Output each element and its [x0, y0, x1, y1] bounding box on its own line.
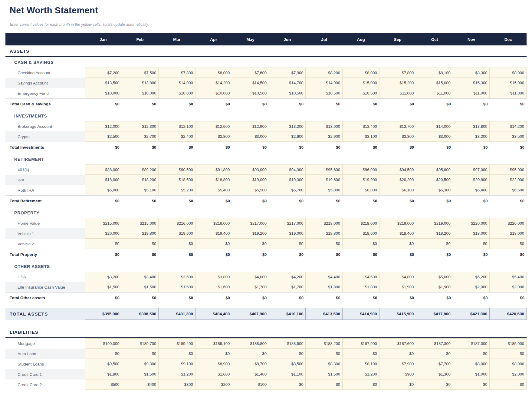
- value-cell[interactable]: $900: [379, 369, 416, 379]
- value-cell[interactable]: $12,000: [85, 121, 122, 131]
- value-cell[interactable]: $0: [416, 349, 453, 359]
- value-cell[interactable]: $0: [159, 239, 195, 249]
- value-cell[interactable]: $8,100: [416, 68, 453, 78]
- value-cell[interactable]: $2,400: [159, 131, 195, 142]
- value-cell[interactable]: $1,500: [85, 282, 122, 292]
- value-cell[interactable]: $15,000: [343, 78, 379, 88]
- value-cell[interactable]: $6,400: [453, 185, 490, 195]
- value-cell[interactable]: $3,200: [85, 272, 122, 282]
- value-cell[interactable]: $12,900: [232, 121, 269, 131]
- value-cell[interactable]: $0: [490, 379, 527, 390]
- value-cell[interactable]: $13,800: [453, 121, 490, 131]
- value-cell[interactable]: $200: [195, 379, 232, 390]
- value-cell[interactable]: $100: [232, 379, 269, 390]
- value-cell[interactable]: $13,200: [269, 121, 306, 131]
- value-cell[interactable]: $0: [453, 239, 490, 249]
- value-cell[interactable]: $1,700: [232, 282, 269, 292]
- value-cell[interactable]: $20,800: [453, 175, 490, 185]
- value-cell[interactable]: $18,800: [195, 175, 232, 185]
- value-cell[interactable]: $188,500: [269, 338, 306, 349]
- value-cell[interactable]: $3,000: [232, 131, 269, 142]
- value-cell[interactable]: $0: [343, 239, 379, 249]
- value-cell[interactable]: $187,900: [343, 338, 379, 349]
- value-cell[interactable]: $18,000: [85, 175, 122, 185]
- value-cell[interactable]: $5,000: [85, 185, 122, 195]
- value-cell[interactable]: $90,500: [159, 164, 195, 175]
- value-cell[interactable]: $10,000: [159, 88, 195, 98]
- value-cell[interactable]: $12,600: [195, 121, 232, 131]
- value-cell[interactable]: $15,200: [379, 78, 416, 88]
- value-cell[interactable]: $187,300: [416, 338, 453, 349]
- value-cell[interactable]: $0: [122, 239, 159, 249]
- value-cell[interactable]: $89,200: [122, 164, 159, 175]
- value-cell[interactable]: $11,000: [490, 88, 527, 98]
- value-cell[interactable]: $8,000: [490, 68, 527, 78]
- value-cell[interactable]: $7,900: [379, 359, 416, 369]
- value-cell[interactable]: $0: [306, 379, 343, 390]
- value-cell[interactable]: $6,300: [416, 185, 453, 195]
- value-cell[interactable]: $14,900: [306, 78, 343, 88]
- value-cell[interactable]: $0: [306, 349, 343, 359]
- value-cell[interactable]: $18,200: [122, 175, 159, 185]
- value-cell[interactable]: $216,000: [195, 218, 232, 228]
- value-cell[interactable]: $220,000: [453, 218, 490, 228]
- value-cell[interactable]: $20,000: [85, 228, 122, 239]
- value-cell[interactable]: $8,900: [195, 359, 232, 369]
- value-cell[interactable]: $94,300: [269, 164, 306, 175]
- value-cell[interactable]: $18,600: [343, 228, 379, 239]
- value-cell[interactable]: $188,800: [232, 338, 269, 349]
- value-cell[interactable]: $9,300: [122, 359, 159, 369]
- value-cell[interactable]: $2,000: [490, 282, 527, 292]
- value-cell[interactable]: $2,800: [195, 131, 232, 142]
- value-cell[interactable]: $0: [490, 349, 527, 359]
- value-cell[interactable]: $18,000: [453, 228, 490, 239]
- value-cell[interactable]: $7,800: [379, 68, 416, 78]
- value-cell[interactable]: $10,000: [85, 88, 122, 98]
- value-cell[interactable]: $1,300: [416, 369, 453, 379]
- value-cell[interactable]: $0: [195, 349, 232, 359]
- value-cell[interactable]: $8,000: [343, 68, 379, 78]
- value-cell[interactable]: $300: [159, 379, 195, 390]
- value-cell[interactable]: $93,000: [232, 164, 269, 175]
- value-cell[interactable]: $1,200: [343, 369, 379, 379]
- value-cell[interactable]: $13,000: [306, 121, 343, 131]
- value-cell[interactable]: $19,600: [159, 228, 195, 239]
- value-cell[interactable]: $88,000: [85, 164, 122, 175]
- value-cell[interactable]: $13,800: [122, 78, 159, 88]
- value-cell[interactable]: $19,600: [306, 175, 343, 185]
- value-cell[interactable]: $1,800: [85, 369, 122, 379]
- value-cell[interactable]: $0: [490, 239, 527, 249]
- value-cell[interactable]: $13,400: [343, 121, 379, 131]
- value-cell[interactable]: $10,500: [232, 88, 269, 98]
- value-cell[interactable]: $11,000: [416, 88, 453, 98]
- value-cell[interactable]: $4,600: [343, 272, 379, 282]
- value-cell[interactable]: $1,500: [306, 369, 343, 379]
- value-cell[interactable]: $8,500: [269, 359, 306, 369]
- value-cell[interactable]: $9,500: [85, 359, 122, 369]
- value-cell[interactable]: $1,600: [195, 369, 232, 379]
- value-cell[interactable]: $3,200: [453, 131, 490, 142]
- value-cell[interactable]: $216,000: [159, 218, 195, 228]
- value-cell[interactable]: $8,100: [343, 359, 379, 369]
- value-cell[interactable]: $10,000: [195, 88, 232, 98]
- value-cell[interactable]: $13,500: [85, 78, 122, 88]
- value-cell[interactable]: $9,100: [159, 359, 195, 369]
- value-cell[interactable]: $219,000: [379, 218, 416, 228]
- value-cell[interactable]: $500: [85, 379, 122, 390]
- value-cell[interactable]: $8,300: [453, 68, 490, 78]
- value-cell[interactable]: $7,200: [85, 68, 122, 78]
- value-cell[interactable]: $4,800: [379, 272, 416, 282]
- value-cell[interactable]: $0: [269, 349, 306, 359]
- value-cell[interactable]: $5,400: [490, 272, 527, 282]
- value-cell[interactable]: $4,200: [269, 272, 306, 282]
- value-cell[interactable]: $7,600: [232, 68, 269, 78]
- value-cell[interactable]: $1,700: [269, 282, 306, 292]
- value-cell[interactable]: $189,100: [195, 338, 232, 349]
- value-cell[interactable]: $0: [379, 349, 416, 359]
- value-cell[interactable]: $95,600: [306, 164, 343, 175]
- value-cell[interactable]: $95,000: [490, 164, 527, 175]
- value-cell[interactable]: $1,600: [195, 282, 232, 292]
- value-cell[interactable]: $0: [122, 349, 159, 359]
- value-cell[interactable]: $14,000: [416, 121, 453, 131]
- value-cell[interactable]: $8,000: [490, 359, 527, 369]
